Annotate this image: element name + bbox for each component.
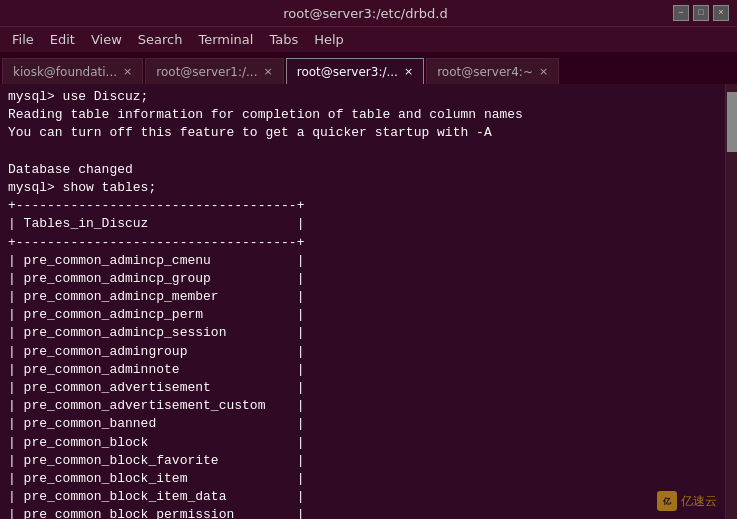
title-bar: root@server3:/etc/drbd.d − □ × bbox=[0, 0, 737, 26]
watermark: 亿 亿速云 bbox=[657, 491, 717, 511]
watermark-text: 亿速云 bbox=[681, 493, 717, 510]
menu-item-help[interactable]: Help bbox=[306, 30, 352, 49]
scrollbar-thumb[interactable] bbox=[727, 92, 737, 152]
watermark-logo: 亿 bbox=[657, 491, 677, 511]
tab-close-icon[interactable]: × bbox=[539, 65, 548, 78]
tab-label: root@server4:~ bbox=[437, 65, 533, 79]
close-button[interactable]: × bbox=[713, 5, 729, 21]
tab-close-icon[interactable]: × bbox=[123, 65, 132, 78]
scrollbar[interactable] bbox=[725, 84, 737, 519]
tab-tab4[interactable]: root@server4:~× bbox=[426, 58, 559, 84]
menu-bar: FileEditViewSearchTerminalTabsHelp bbox=[0, 26, 737, 52]
maximize-button[interactable]: □ bbox=[693, 5, 709, 21]
menu-item-edit[interactable]: Edit bbox=[42, 30, 83, 49]
menu-item-view[interactable]: View bbox=[83, 30, 130, 49]
menu-item-file[interactable]: File bbox=[4, 30, 42, 49]
terminal-area: mysql> use Discuz; Reading table informa… bbox=[0, 84, 737, 519]
menu-item-terminal[interactable]: Terminal bbox=[190, 30, 261, 49]
menu-item-search[interactable]: Search bbox=[130, 30, 191, 49]
tab-label: kiosk@foundati... bbox=[13, 65, 117, 79]
tab-close-icon[interactable]: × bbox=[404, 65, 413, 78]
tab-tab3[interactable]: root@server3:/...× bbox=[286, 58, 424, 84]
window-controls: − □ × bbox=[673, 5, 729, 21]
tab-close-icon[interactable]: × bbox=[264, 65, 273, 78]
tab-tab2[interactable]: root@server1:/...× bbox=[145, 58, 283, 84]
tab-label: root@server3:/... bbox=[297, 65, 398, 79]
menu-item-tabs[interactable]: Tabs bbox=[261, 30, 306, 49]
terminal-output: mysql> use Discuz; Reading table informa… bbox=[8, 88, 717, 519]
tab-bar: kiosk@foundati...×root@server1:/...×root… bbox=[0, 52, 737, 84]
tab-tab1[interactable]: kiosk@foundati...× bbox=[2, 58, 143, 84]
window-title: root@server3:/etc/drbd.d bbox=[58, 6, 673, 21]
minimize-button[interactable]: − bbox=[673, 5, 689, 21]
terminal-content[interactable]: mysql> use Discuz; Reading table informa… bbox=[0, 84, 725, 519]
tab-label: root@server1:/... bbox=[156, 65, 257, 79]
